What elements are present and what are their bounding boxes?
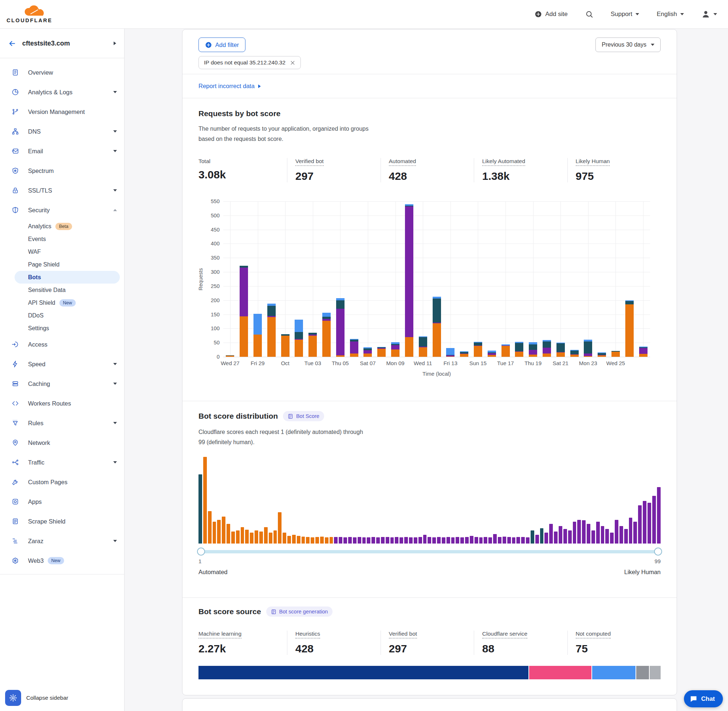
stacked-bar-fri-13[interactable]	[446, 348, 455, 357]
histogram-bar-score-12[interactable]	[250, 533, 254, 544]
sidebar-item-overview[interactable]: Overview	[0, 63, 124, 82]
sidebar-item-spectrum[interactable]: Spectrum	[0, 161, 124, 181]
histogram-bar-score-16[interactable]	[269, 533, 272, 544]
slider-handle-min[interactable]	[197, 547, 205, 556]
source-segment-cloudflare-service[interactable]	[636, 666, 649, 679]
chevron-right-icon[interactable]	[114, 41, 116, 45]
histogram-bar-score-87[interactable]	[601, 526, 604, 544]
chat-button[interactable]: Chat	[684, 690, 723, 707]
stacked-bar-mon-23[interactable]	[584, 340, 592, 357]
histogram-bar-score-53[interactable]	[442, 537, 445, 544]
sidebar-item-analytics[interactable]: AnalyticsBeta	[15, 220, 120, 233]
stacked-bar-wed-18[interactable]	[515, 342, 523, 357]
sidebar-item-caching[interactable]: Caching	[0, 374, 124, 394]
histogram-bar-score-85[interactable]	[591, 530, 595, 544]
sidebar-item-custom-pages[interactable]: Custom Pages	[0, 472, 124, 492]
sidebar-item-version-management[interactable]: Version Management	[0, 102, 124, 122]
histogram-bar-score-96[interactable]	[643, 501, 647, 544]
histogram-bar-score-83[interactable]	[582, 520, 586, 544]
stacked-bar-fri-20[interactable]	[543, 340, 551, 357]
site-name[interactable]: cftestsite3.com	[22, 40, 108, 47]
histogram-bar-score-79[interactable]	[563, 529, 567, 544]
histogram-bar-score-90[interactable]	[615, 520, 619, 544]
histogram-bar-score-18[interactable]	[278, 512, 282, 544]
stacked-bar-wed-04[interactable]	[322, 313, 331, 357]
stacked-bar-wed-27[interactable]	[226, 356, 234, 357]
histogram-bar-score-15[interactable]	[264, 527, 268, 544]
sidebar-item-speed[interactable]: Speed	[0, 354, 124, 374]
sidebar-item-api-shield[interactable]: API ShieldNew	[15, 296, 120, 309]
stacked-bar-mon-09[interactable]	[391, 342, 400, 357]
sidebar-item-network[interactable]: Network	[0, 433, 124, 453]
histogram-bar-score-57[interactable]	[460, 537, 464, 544]
histogram-bar-score-37[interactable]	[367, 537, 371, 544]
histogram-bar-score-5[interactable]	[217, 520, 221, 544]
histogram-bar-score-65[interactable]	[498, 537, 502, 544]
histogram-bar-score-93[interactable]	[629, 518, 633, 544]
histogram-bar-score-24[interactable]	[306, 537, 310, 544]
stat-label[interactable]: Likely Human	[576, 158, 610, 166]
histogram-bar-score-41[interactable]	[386, 537, 389, 544]
histogram-bar-score-60[interactable]	[474, 537, 478, 544]
histogram-bar-score-13[interactable]	[255, 530, 258, 544]
histogram-bar-score-28[interactable]	[325, 537, 328, 544]
histogram-bar-score-84[interactable]	[587, 524, 590, 544]
histogram-bar-score-14[interactable]	[259, 531, 263, 544]
stacked-bar-tue-10[interactable]	[405, 204, 413, 357]
stacked-bar-sat-30[interactable]	[267, 304, 276, 357]
histogram-bar-score-86[interactable]	[596, 522, 600, 544]
histogram-bar-score-58[interactable]	[465, 537, 469, 544]
histogram-bar-score-27[interactable]	[320, 537, 324, 544]
stat-label[interactable]: Likely Automated	[482, 158, 525, 166]
stacked-bar-mon-16[interactable]	[488, 351, 496, 357]
histogram-bar-score-9[interactable]	[236, 530, 240, 544]
stacked-bar-sun-22[interactable]	[570, 350, 579, 357]
stat-label[interactable]: Verified bot	[295, 158, 324, 166]
histogram-bar-score-49[interactable]	[423, 535, 427, 544]
collapse-sidebar[interactable]: Collapse sidebar	[5, 690, 68, 706]
slider-track[interactable]	[198, 550, 661, 553]
histogram-bar-score-88[interactable]	[605, 529, 609, 544]
stacked-bar-tue-24[interactable]	[598, 353, 606, 357]
histogram-bar-score-55[interactable]	[451, 537, 455, 544]
histogram-bar-score-71[interactable]	[526, 537, 530, 544]
histogram-bar-score-25[interactable]	[311, 537, 314, 544]
sidebar-item-workers-routes[interactable]: Workers Routes	[0, 394, 124, 413]
histogram-bar-score-21[interactable]	[292, 535, 296, 544]
histogram-bar-score-92[interactable]	[624, 529, 628, 544]
sidebar-item-access[interactable]: Access	[0, 335, 124, 354]
histogram-bar-score-78[interactable]	[559, 526, 562, 544]
histogram-bar-score-3[interactable]	[208, 511, 211, 544]
histogram-bar-score-91[interactable]	[619, 526, 623, 544]
stacked-bar-sat-07[interactable]	[363, 347, 372, 357]
stacked-bar-thu-26[interactable]	[625, 300, 633, 357]
sidebar-item-analytics-logs[interactable]: Analytics & Logs	[0, 82, 124, 102]
sidebar-item-security[interactable]: Security	[0, 200, 124, 220]
histogram-bar-score-42[interactable]	[390, 537, 394, 544]
histogram-bar-score-17[interactable]	[273, 530, 277, 544]
histogram-bar-score-7[interactable]	[226, 524, 230, 544]
histogram-bar-score-22[interactable]	[297, 536, 300, 544]
histogram-bar-score-80[interactable]	[568, 530, 572, 544]
histogram-bar-score-59[interactable]	[470, 536, 473, 544]
histogram-bar-score-56[interactable]	[456, 537, 459, 544]
histogram-bar-score-6[interactable]	[222, 516, 226, 544]
bot-score-badge[interactable]: Bot Score	[283, 411, 324, 421]
stat-label[interactable]: Verified bot	[389, 631, 417, 639]
source-segment-heuristics[interactable]	[529, 666, 591, 679]
histogram-bar-score-72[interactable]	[531, 530, 534, 544]
stacked-bar-wed-11[interactable]	[419, 336, 427, 357]
histogram-bar-score-75[interactable]	[545, 533, 548, 544]
stat-label[interactable]: Machine learning	[198, 631, 241, 639]
stacked-bar-thu-12[interactable]	[433, 297, 441, 357]
report-incorrect-data-link[interactable]: Report incorrect data	[182, 74, 677, 98]
histogram-bar-score-38[interactable]	[371, 537, 375, 544]
histogram-bar-score-40[interactable]	[381, 537, 385, 544]
histogram-bar-score-99[interactable]	[657, 487, 661, 544]
stat-label[interactable]: Not computed	[576, 631, 611, 639]
stat-label[interactable]: Heuristics	[295, 631, 320, 639]
stacked-bar-tue-03[interactable]	[309, 333, 317, 357]
sidebar-item-web3[interactable]: Web3New	[0, 551, 124, 571]
histogram-bar-score-44[interactable]	[400, 537, 403, 544]
histogram-bar-score-77[interactable]	[554, 531, 558, 544]
